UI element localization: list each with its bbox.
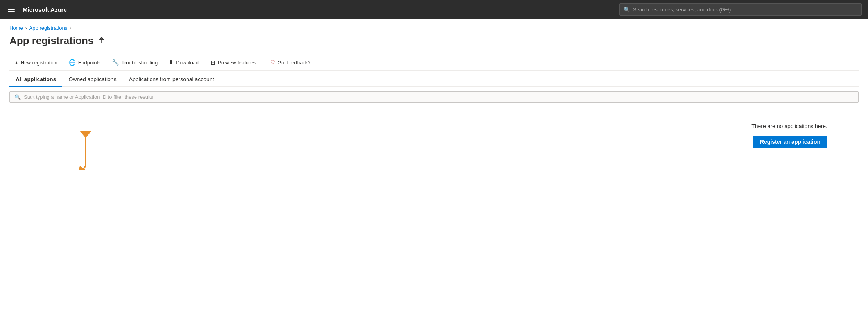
search-icon: 🔍 <box>624 7 630 12</box>
new-registration-button[interactable]: + New registration <box>9 55 63 70</box>
download-icon: ⬇ <box>169 59 174 66</box>
breadcrumb-sep-1: › <box>25 25 27 31</box>
main-area: + New registration 🌐 Endpoints 🔧 Trouble… <box>9 55 859 164</box>
filter-search-icon: 🔍 <box>14 94 21 100</box>
svg-rect-0 <box>8 7 15 7</box>
toolbar-divider <box>263 58 263 67</box>
preview-features-label: Preview features <box>218 60 256 66</box>
new-registration-label: New registration <box>21 60 57 66</box>
page-title-row: App registrations <box>9 35 859 47</box>
breadcrumb-current[interactable]: App registrations <box>29 25 68 31</box>
troubleshooting-button[interactable]: 🔧 Troubleshooting <box>106 55 163 70</box>
breadcrumb: Home › App registrations › <box>9 25 859 31</box>
global-search-box[interactable]: 🔍 <box>619 3 862 16</box>
plus-icon: + <box>15 59 18 66</box>
globe-icon: 🌐 <box>68 59 76 66</box>
feedback-label: Got feedback? <box>278 60 311 66</box>
tabs-bar: All applications Owned applications Appl… <box>9 72 859 87</box>
filter-input[interactable] <box>24 94 854 100</box>
pin-icon[interactable] <box>98 37 105 45</box>
svg-rect-2 <box>8 11 15 12</box>
breadcrumb-sep-2: › <box>70 25 71 31</box>
endpoints-button[interactable]: 🌐 Endpoints <box>63 55 106 70</box>
hamburger-menu[interactable] <box>6 4 16 14</box>
filter-bar[interactable]: 🔍 <box>9 91 859 103</box>
tab-all-applications[interactable]: All applications <box>9 72 62 87</box>
global-search-input[interactable] <box>633 7 857 12</box>
preview-features-button[interactable]: 🖥 Preview features <box>204 55 261 70</box>
tab-owned-applications[interactable]: Owned applications <box>62 72 122 87</box>
page-content: Home › App registrations › App registrat… <box>0 19 868 170</box>
feedback-button[interactable]: ♡ Got feedback? <box>265 55 316 70</box>
heart-icon: ♡ <box>270 59 275 66</box>
tab-personal-account[interactable]: Applications from personal account <box>123 72 221 87</box>
empty-state: There are no applications here. Register… <box>9 107 859 164</box>
troubleshooting-label: Troubleshooting <box>122 60 158 66</box>
topbar: Microsoft Azure 🔍 <box>0 0 868 19</box>
empty-state-message: There are no applications here. <box>751 123 827 129</box>
page-title: App registrations <box>9 35 93 47</box>
toolbar: + New registration 🌐 Endpoints 🔧 Trouble… <box>9 55 859 71</box>
preview-icon: 🖥 <box>210 59 215 66</box>
endpoints-label: Endpoints <box>78 60 101 66</box>
wrench-icon: 🔧 <box>112 59 119 66</box>
breadcrumb-home[interactable]: Home <box>9 25 23 31</box>
download-button[interactable]: ⬇ Download <box>163 55 204 70</box>
app-title: Microsoft Azure <box>23 6 67 13</box>
svg-rect-1 <box>8 9 15 10</box>
register-application-button[interactable]: Register an application <box>753 136 827 148</box>
download-label: Download <box>176 60 199 66</box>
